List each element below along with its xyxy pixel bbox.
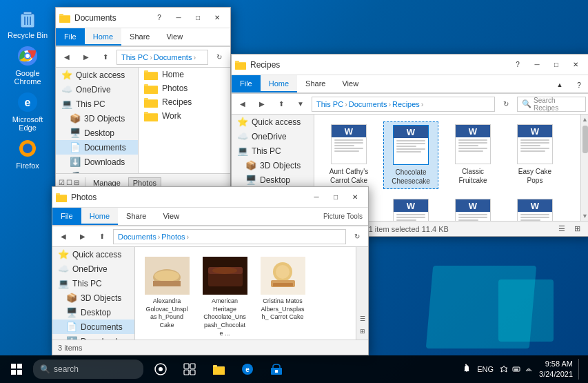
path-recipes[interactable]: Recipes bbox=[392, 100, 420, 108]
invert-checkbox[interactable]: ⊟ bbox=[74, 179, 79, 186]
tab-share[interactable]: Share bbox=[121, 28, 158, 46]
photos-nav-3d[interactable]: 📦 3D Objects bbox=[52, 291, 134, 305]
recipes-up-btn[interactable]: ⬆ bbox=[273, 96, 290, 112]
documents-window-titlebar[interactable]: Documents ? ─ □ ✕ bbox=[56, 8, 230, 28]
tab-file[interactable]: File bbox=[56, 28, 85, 46]
photo-alexandra[interactable]: Alexandra Golovac_Unsplas h_Pound Cake bbox=[142, 254, 192, 340]
desktop-icon-recycle-bin[interactable]: Recycle Bin bbox=[7, 7, 48, 39]
show-desktop-btn[interactable] bbox=[578, 359, 581, 380]
file-chocolate-cheesecake[interactable]: W Chocolate Cheesecake bbox=[383, 121, 438, 189]
view-buttons[interactable]: ☰ ⊞ bbox=[556, 223, 583, 235]
help-button[interactable]: ? bbox=[150, 8, 169, 28]
nav-documents[interactable]: 📄 Documents bbox=[56, 140, 138, 155]
recipes-nav-3d[interactable]: 📦 3D Objects bbox=[232, 158, 314, 173]
recipes-ribbon-collapse[interactable]: ▲ bbox=[550, 75, 569, 95]
system-tray-icons[interactable] bbox=[499, 364, 534, 374]
photos-nav-onedrive[interactable]: ☁️ OneDrive bbox=[52, 262, 134, 276]
photos-tab-file[interactable]: File bbox=[52, 208, 81, 225]
taskbar-cortana-btn[interactable] bbox=[147, 355, 174, 383]
tab-view[interactable]: View bbox=[158, 28, 191, 46]
path-docs[interactable]: Documents bbox=[349, 100, 387, 108]
desktop-icon-chrome[interactable]: Google Chrome bbox=[7, 45, 48, 86]
scrollbar-recipes[interactable]: ▲ ▼ bbox=[580, 115, 588, 221]
nav-3d-objects[interactable]: 📦 3D Objects bbox=[56, 111, 138, 126]
recipes-close-btn[interactable]: ✕ bbox=[566, 55, 585, 75]
scroll-down[interactable]: ▼ bbox=[582, 213, 588, 219]
address-path[interactable]: This PC › Documents › bbox=[116, 50, 208, 65]
documents-nav-pane[interactable]: ⭐ Quick access ☁️ OneDrive 💻 This PC 📦 3… bbox=[56, 68, 139, 173]
photos-controls[interactable]: ─ □ ✕ bbox=[307, 188, 365, 207]
recipes-nav-onedrive[interactable]: ☁️ OneDrive bbox=[232, 129, 314, 144]
tab-home[interactable]: Home bbox=[85, 28, 121, 46]
scroll-track[interactable] bbox=[582, 123, 588, 213]
photos-nav-quick-access[interactable]: ⭐ Quick access bbox=[52, 247, 134, 262]
photos-nav-documents[interactable]: 📄 Documents bbox=[52, 320, 134, 334]
photo-cristina[interactable]: Cristina Matos Albers_Unsplash_ Carrot C… bbox=[258, 254, 307, 340]
recipes-controls[interactable]: ? ─ □ ✕ bbox=[508, 55, 585, 75]
path-this-pc[interactable]: This PC bbox=[316, 100, 343, 108]
select-all-checkbox[interactable]: ☑ bbox=[59, 179, 65, 186]
path-documents[interactable]: Documents bbox=[154, 53, 192, 61]
recipes-minimize-btn[interactable]: ─ bbox=[527, 55, 547, 75]
recipes-search-box[interactable]: 🔍 Search Recipes bbox=[517, 97, 586, 112]
file-nanas-pound-cake[interactable]: W Nana's Pound Cake bbox=[445, 196, 500, 221]
deselect-checkbox[interactable]: ☐ bbox=[66, 179, 72, 186]
photos-nav-downloads[interactable]: ⬇️ Downloads bbox=[52, 334, 134, 340]
back-button[interactable]: ◀ bbox=[59, 49, 75, 66]
recipes-ribbon-help[interactable]: ? bbox=[569, 75, 588, 95]
forward-button[interactable]: ▶ bbox=[78, 49, 94, 66]
photo-american-heritage[interactable]: American Heritage Chocolate_Unspash_Choc… bbox=[200, 254, 250, 340]
file-work[interactable]: Work bbox=[139, 109, 230, 123]
up-button[interactable]: ⬆ bbox=[97, 49, 114, 66]
documents-ribbon-tabs[interactable]: File Home Share View bbox=[56, 28, 230, 46]
path-this-pc[interactable]: This PC bbox=[121, 53, 148, 61]
recipes-nav-quick-access[interactable]: ⭐ Quick access bbox=[232, 115, 314, 129]
photos-nav-pane[interactable]: ⭐ Quick access ☁️ OneDrive 💻 This PC 📦 3… bbox=[52, 247, 135, 340]
recipes-nav-this-pc[interactable]: 💻 This PC bbox=[232, 144, 314, 158]
path-photos[interactable]: Photos bbox=[161, 233, 185, 241]
taskbar-taskview-btn[interactable] bbox=[176, 355, 203, 383]
maximize-button[interactable]: □ bbox=[188, 8, 207, 28]
file-home[interactable]: Home bbox=[139, 68, 230, 81]
desktop-icon-firefox[interactable]: Firefox bbox=[7, 137, 48, 170]
documents-window-controls[interactable]: ? ─ □ ✕ bbox=[150, 8, 227, 28]
taskbar-search-box[interactable]: 🔍 search bbox=[33, 360, 143, 379]
photos-minimize-btn[interactable]: ─ bbox=[307, 188, 326, 207]
recipes-nav-desktop[interactable]: 🖥️ Desktop bbox=[232, 173, 314, 187]
recipes-tab-view[interactable]: View bbox=[334, 75, 367, 92]
taskbar-store-btn[interactable] bbox=[263, 355, 290, 383]
photos-close-btn[interactable]: ✕ bbox=[345, 188, 365, 207]
file-aunt-cathys[interactable]: W Aunt Cathy's Carrot Cake bbox=[321, 121, 376, 189]
taskbar-edge-btn[interactable]: e bbox=[234, 355, 261, 383]
desktop-icon-edge[interactable]: e Microsoft Edge bbox=[7, 91, 48, 132]
close-button[interactable]: ✕ bbox=[207, 8, 227, 28]
recipes-maximize-btn[interactable]: □ bbox=[547, 55, 566, 75]
notification-icon[interactable] bbox=[462, 364, 472, 375]
recipes-path[interactable]: This PC › Documents › Recipes › bbox=[312, 97, 495, 112]
recipes-recent-btn[interactable]: ▼ bbox=[292, 96, 309, 112]
photos-tab-share[interactable]: Share bbox=[118, 208, 154, 225]
file-triple-chocolate[interactable]: W Triple Chocolate Cake bbox=[507, 196, 562, 221]
photos-up-btn[interactable]: ⬆ bbox=[94, 228, 110, 245]
taskbar-file-explorer-btn[interactable] bbox=[205, 355, 232, 383]
recipes-tab-file[interactable]: File bbox=[232, 75, 261, 92]
photos-nav-this-pc[interactable]: 💻 This PC bbox=[52, 276, 134, 291]
file-classic-fruitcake[interactable]: W Classic Fruitcake bbox=[445, 121, 500, 189]
photos-ribbon-tabs[interactable]: File Home Share View Picture Tools bbox=[52, 208, 368, 226]
photos-back-btn[interactable]: ◀ bbox=[55, 228, 72, 245]
recipes-tab-home[interactable]: Home bbox=[261, 75, 297, 92]
recipes-back-btn[interactable]: ◀ bbox=[234, 96, 251, 112]
view-toggle-sidebar[interactable]: ☰ ⊞ bbox=[356, 247, 368, 340]
refresh-button[interactable]: ↻ bbox=[211, 49, 227, 66]
scroll-up[interactable]: ▲ bbox=[582, 116, 588, 123]
grid-view-btn[interactable]: ⊞ bbox=[357, 326, 368, 337]
photos-titlebar[interactable]: Photos ─ □ ✕ bbox=[52, 187, 368, 208]
scroll-thumb[interactable] bbox=[582, 126, 588, 153]
nav-quick-access[interactable]: ⭐ Quick access bbox=[56, 68, 138, 82]
file-recipes[interactable]: Recipes bbox=[139, 95, 230, 109]
nav-downloads[interactable]: ⬇️ Downloads bbox=[56, 155, 138, 169]
minimize-button[interactable]: ─ bbox=[169, 8, 188, 28]
large-icon-view-btn[interactable]: ⊞ bbox=[571, 223, 583, 235]
recipes-help-btn[interactable]: ? bbox=[508, 55, 527, 75]
photos-forward-btn[interactable]: ▶ bbox=[74, 228, 91, 245]
